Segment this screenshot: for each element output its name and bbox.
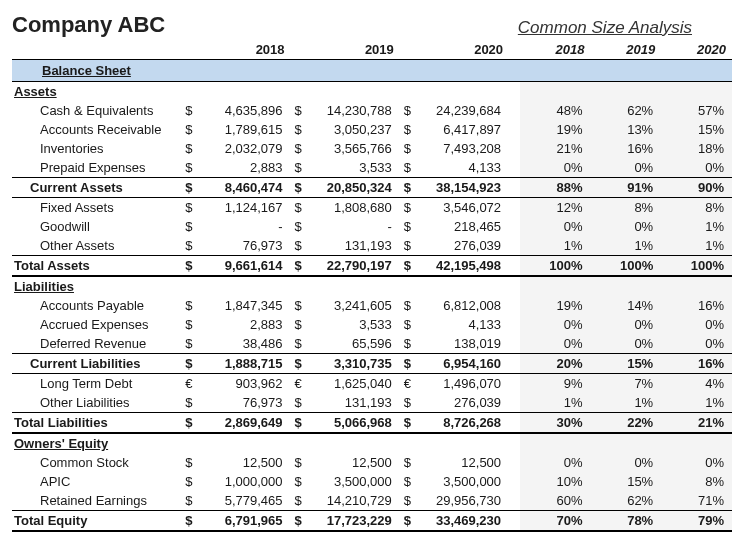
- year-col-2018: 2018: [203, 40, 291, 60]
- table-row: Common Stock$12,500$12,500$12,5000%0%0%: [12, 453, 732, 472]
- row-label: Total Equity: [12, 511, 181, 532]
- table-row: Other Assets$76,973$131,193$276,0391%1%1…: [12, 236, 732, 256]
- pct-cell: 0%: [661, 315, 732, 334]
- pct-cell: 19%: [520, 296, 591, 315]
- pct-cell: 0%: [520, 217, 591, 236]
- value-cell: 3,565,766: [312, 139, 400, 158]
- table-row: Total Assets$9,661,614$22,790,197$42,195…: [12, 256, 732, 277]
- pct-cell: 0%: [661, 158, 732, 178]
- currency-symbol: $: [181, 491, 202, 511]
- table-row: Total Equity$6,791,965$17,723,229$33,469…: [12, 511, 732, 532]
- pct-cell: 62%: [590, 491, 661, 511]
- value-cell: 8,460,474: [203, 178, 291, 198]
- pct-cell: 18%: [661, 139, 732, 158]
- pct-cell: 9%: [520, 374, 591, 394]
- currency-symbol: $: [181, 120, 202, 139]
- table-row: APIC$1,000,000$3,500,000$3,500,00010%15%…: [12, 472, 732, 491]
- pct-cell: 7%: [590, 374, 661, 394]
- csa-year-2018: 2018: [520, 40, 591, 60]
- pct-cell: 78%: [590, 511, 661, 532]
- value-cell: 1,808,680: [312, 198, 400, 218]
- value-cell: 9,661,614: [203, 256, 291, 277]
- value-cell: 4,133: [421, 158, 509, 178]
- section-header: Owners' Equity: [12, 433, 181, 453]
- value-cell: 6,812,008: [421, 296, 509, 315]
- pct-cell: 8%: [590, 198, 661, 218]
- currency-symbol: $: [400, 511, 421, 532]
- table-row: Cash & Equivalents$4,635,896$14,230,788$…: [12, 101, 732, 120]
- currency-symbol: $: [400, 453, 421, 472]
- row-label: APIC: [12, 472, 181, 491]
- table-row: Retained Earnings$5,779,465$14,210,729$2…: [12, 491, 732, 511]
- value-cell: 7,493,208: [421, 139, 509, 158]
- currency-symbol: $: [291, 511, 312, 532]
- pct-cell: 1%: [661, 236, 732, 256]
- pct-cell: 12%: [520, 198, 591, 218]
- value-cell: 131,193: [312, 393, 400, 413]
- value-cell: 4,133: [421, 315, 509, 334]
- currency-symbol: $: [400, 472, 421, 491]
- value-cell: 2,883: [203, 315, 291, 334]
- row-label: Other Liabilities: [12, 393, 181, 413]
- currency-symbol: $: [291, 315, 312, 334]
- pct-cell: 0%: [590, 158, 661, 178]
- table-row: Accounts Payable$1,847,345$3,241,605$6,8…: [12, 296, 732, 315]
- row-label: Inventories: [12, 139, 181, 158]
- pct-cell: 0%: [590, 453, 661, 472]
- pct-cell: 0%: [661, 453, 732, 472]
- currency-symbol: $: [291, 158, 312, 178]
- value-cell: 76,973: [203, 236, 291, 256]
- currency-symbol: $: [291, 256, 312, 277]
- table-row: Goodwill$-$-$218,4650%0%1%: [12, 217, 732, 236]
- pct-cell: 0%: [590, 315, 661, 334]
- pct-cell: 8%: [661, 198, 732, 218]
- row-label: Retained Earnings: [12, 491, 181, 511]
- pct-cell: 1%: [661, 393, 732, 413]
- row-label: Fixed Assets: [12, 198, 181, 218]
- currency-symbol: $: [181, 393, 202, 413]
- currency-symbol: $: [291, 101, 312, 120]
- year-header-row: 2018 2019 2020 2018 2019 2020: [12, 40, 732, 60]
- currency-symbol: $: [181, 296, 202, 315]
- value-cell: 12,500: [203, 453, 291, 472]
- table-row: Total Liabilities$2,869,649$5,066,968$8,…: [12, 413, 732, 434]
- currency-symbol: $: [291, 491, 312, 511]
- table-row: Current Liabilities$1,888,715$3,310,735$…: [12, 354, 732, 374]
- pct-cell: 13%: [590, 120, 661, 139]
- value-cell: 24,239,684: [421, 101, 509, 120]
- row-label: Goodwill: [12, 217, 181, 236]
- value-cell: 14,230,788: [312, 101, 400, 120]
- value-cell: 3,533: [312, 315, 400, 334]
- value-cell: 3,241,605: [312, 296, 400, 315]
- currency-symbol: $: [291, 393, 312, 413]
- currency-symbol: $: [400, 101, 421, 120]
- pct-cell: 100%: [520, 256, 591, 277]
- pct-cell: 0%: [520, 315, 591, 334]
- pct-cell: 21%: [520, 139, 591, 158]
- table-row: Other Liabilities$76,973$131,193$276,039…: [12, 393, 732, 413]
- pct-cell: 21%: [661, 413, 732, 434]
- value-cell: 76,973: [203, 393, 291, 413]
- currency-symbol: $: [400, 236, 421, 256]
- table-row: Deferred Revenue$38,486$65,596$138,0190%…: [12, 334, 732, 354]
- currency-symbol: $: [291, 236, 312, 256]
- currency-symbol: $: [181, 198, 202, 218]
- value-cell: 1,000,000: [203, 472, 291, 491]
- currency-symbol: $: [400, 491, 421, 511]
- row-label: Total Liabilities: [12, 413, 181, 434]
- currency-symbol: $: [291, 413, 312, 434]
- pct-cell: 16%: [661, 354, 732, 374]
- pct-cell: 0%: [520, 158, 591, 178]
- pct-cell: 15%: [661, 120, 732, 139]
- pct-cell: 90%: [661, 178, 732, 198]
- table-row: Prepaid Expenses$2,883$3,533$4,1330%0%0%: [12, 158, 732, 178]
- value-cell: 65,596: [312, 334, 400, 354]
- pct-cell: 100%: [590, 256, 661, 277]
- pct-cell: 1%: [520, 236, 591, 256]
- pct-cell: 14%: [590, 296, 661, 315]
- currency-symbol: $: [291, 178, 312, 198]
- currency-symbol: $: [400, 217, 421, 236]
- csa-year-2020: 2020: [661, 40, 732, 60]
- value-cell: 3,533: [312, 158, 400, 178]
- pct-cell: 10%: [520, 472, 591, 491]
